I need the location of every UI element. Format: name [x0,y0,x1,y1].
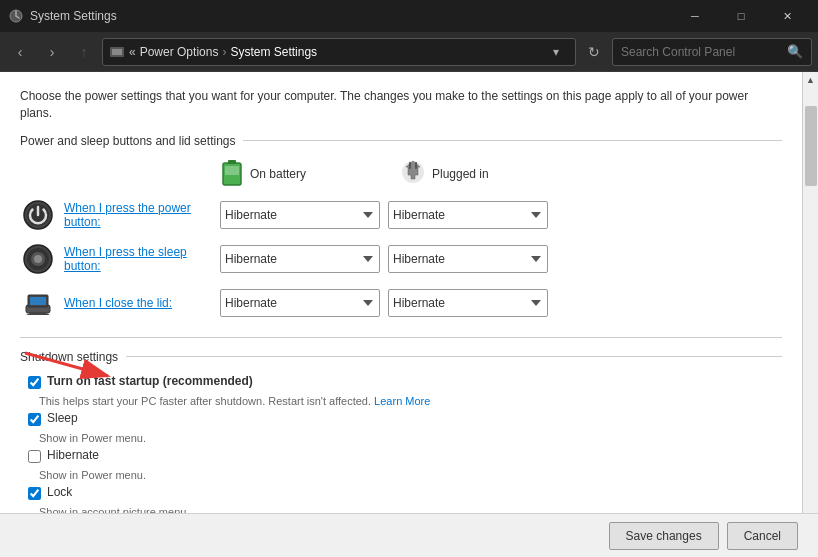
hibernate-sublabel: Show in Power menu. [20,469,782,481]
svg-rect-18 [30,297,46,305]
cancel-button[interactable]: Cancel [727,522,798,550]
fast-startup-checkbox[interactable] [28,376,41,389]
sleep-button-row: When I press the sleep button: Do nothin… [20,241,782,277]
breadcrumb-arrow: › [222,45,226,59]
content-wrapper: Choose the power settings that you want … [0,72,818,557]
learn-more-link[interactable]: Learn More [374,395,430,407]
search-box: 🔍 [612,38,812,66]
search-input[interactable] [621,45,783,59]
fast-startup-block: Turn on fast startup (recommended) This … [20,374,782,407]
shutdown-section: Turn on fast startup (recommended) This … [20,374,782,518]
sleep-button-battery-select[interactable]: Do nothing Sleep Hibernate Shut down Tur… [220,245,380,273]
lid-icon [20,285,56,321]
hibernate-checkbox-label: Hibernate [47,448,99,462]
col-plugged-header: Plugged in [400,159,580,190]
section2-header: Shutdown settings [20,350,782,364]
close-button[interactable]: ✕ [764,0,810,32]
hibernate-block: Hibernate Show in Power menu. [20,448,782,481]
lock-checkbox[interactable] [28,487,41,500]
address-dropdown-icon[interactable]: ▾ [553,45,569,59]
address-icon [109,44,125,60]
sleep-sublabel: Show in Power menu. [20,432,782,444]
lid-plugged-select[interactable]: Do nothing Sleep Hibernate Shut down Tur… [388,289,548,317]
lid-battery-select[interactable]: Do nothing Sleep Hibernate Shut down Tur… [220,289,380,317]
breadcrumb-sep1: « [129,45,136,59]
lock-checkbox-row: Lock [20,485,782,500]
battery-icon [220,158,244,191]
lid-row: When I close the lid: Do nothing Sleep H… [20,285,782,321]
footer: Save changes Cancel [0,513,818,557]
refresh-button[interactable]: ↻ [580,38,608,66]
plug-icon [400,159,426,190]
sleep-checkbox[interactable] [28,413,41,426]
sleep-block: Sleep Show in Power menu. [20,411,782,444]
search-icon: 🔍 [787,44,803,59]
col-battery-header: On battery [220,158,400,191]
title-bar-text: System Settings [30,9,672,23]
back-button[interactable]: ‹ [6,38,34,66]
breadcrumb-power-options: Power Options [140,45,219,59]
lid-selects: Do nothing Sleep Hibernate Shut down Tur… [220,289,548,317]
fast-startup-row: Turn on fast startup (recommended) [20,374,782,389]
intro-text: Choose the power settings that you want … [20,88,782,122]
lid-label: When I close the lid: [64,296,220,310]
scrollbar-up-arrow[interactable]: ▲ [803,72,819,88]
hibernate-checkbox-row: Hibernate [20,448,782,463]
address-bar[interactable]: « Power Options › System Settings ▾ [102,38,576,66]
svg-rect-2 [112,49,122,55]
svg-rect-4 [228,160,236,164]
power-icon [20,197,56,233]
hibernate-checkbox[interactable] [28,450,41,463]
forward-button[interactable]: › [38,38,66,66]
power-button-battery-select[interactable]: Do nothing Sleep Hibernate Shut down Tur… [220,201,380,229]
title-bar: System Settings ─ □ ✕ [0,0,818,32]
sleep-checkbox-label: Sleep [47,411,78,425]
scrollbar[interactable]: ▲ [802,72,818,557]
svg-point-15 [34,255,42,263]
fast-startup-label: Turn on fast startup (recommended) [47,374,253,388]
scrollbar-thumb[interactable] [805,106,817,186]
title-bar-controls: ─ □ ✕ [672,0,810,32]
lock-checkbox-label: Lock [47,485,72,499]
minimize-button[interactable]: ─ [672,0,718,32]
power-button-plugged-select[interactable]: Do nothing Sleep Hibernate Shut down Tur… [388,201,548,229]
sleep-button-plugged-select[interactable]: Do nothing Sleep Hibernate Shut down Tur… [388,245,548,273]
save-button[interactable]: Save changes [609,522,719,550]
sleep-button-selects: Do nothing Sleep Hibernate Shut down Tur… [220,245,548,273]
sleep-icon [20,241,56,277]
fast-startup-sublabel: This helps start your PC faster after sh… [20,395,782,407]
power-table: On battery Plugged in [20,158,782,321]
section1-header: Power and sleep buttons and lid settings [20,134,782,148]
sleep-checkbox-row: Sleep [20,411,782,426]
power-button-selects: Do nothing Sleep Hibernate Shut down Tur… [220,201,548,229]
power-button-label: When I press the power button: [64,201,220,229]
up-button[interactable]: ↑ [70,38,98,66]
svg-rect-6 [225,175,239,180]
sleep-button-label: When I press the sleep button: [64,245,220,273]
nav-bar: ‹ › ↑ « Power Options › System Settings … [0,32,818,72]
breadcrumb: « Power Options › System Settings [129,45,549,59]
divider [20,337,782,338]
app-icon [8,8,24,24]
breadcrumb-system-settings: System Settings [230,45,317,59]
content-area: Choose the power settings that you want … [0,72,802,557]
power-table-header: On battery Plugged in [20,158,782,191]
maximize-button[interactable]: □ [718,0,764,32]
power-button-row: When I press the power button: Do nothin… [20,197,782,233]
